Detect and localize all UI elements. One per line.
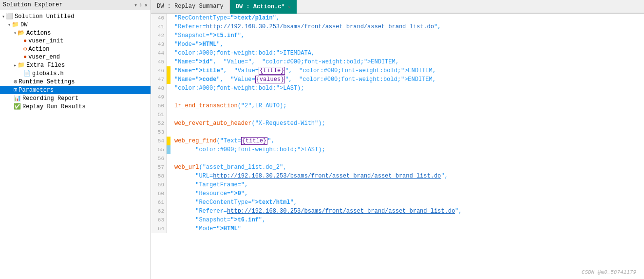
dw-label: DW xyxy=(20,21,27,28)
line-content xyxy=(170,110,644,119)
tab-action-c-label: DW : Action.c* xyxy=(236,3,285,10)
tree-item-solution[interactable]: ▾ ⬜ Solution Untitled xyxy=(0,12,151,20)
line-marker xyxy=(167,14,170,22)
actions-label: Actions xyxy=(26,30,51,37)
code-line: 42"Snapshot=">t5.inf", xyxy=(151,31,644,40)
line-marker xyxy=(167,180,170,189)
vuser-init-label: vuser_init xyxy=(28,38,63,44)
code-line: 62 "Referer=http://192.168.30.253/bsams/… xyxy=(151,207,644,216)
line-marker xyxy=(167,163,170,172)
tree-item-action[interactable]: ⚙ Action xyxy=(0,45,151,53)
line-number: 60 xyxy=(151,189,167,198)
solution-explorer-panel: Solution Explorer ▾ ↕ ✕ ▾ ⬜ Solution Unt… xyxy=(0,0,151,279)
line-number: 54 xyxy=(151,137,167,145)
line-number: 55 xyxy=(151,145,167,154)
recording-report-icon: 📊 xyxy=(14,95,21,102)
sidebar-title: Solution Explorer xyxy=(3,1,62,8)
code-line: 60 "Resource=">0", xyxy=(151,189,644,198)
line-content: "Name=">id", "Value=", "color:#000;font-… xyxy=(170,58,644,66)
solution-tree: ▾ ⬜ Solution Untitled ▾ 📁 DW ▾ 📂 Actions… xyxy=(0,10,151,279)
code-line: 52web_revert_auto_header("X-Requested-Wi… xyxy=(151,119,644,128)
globals-label: globals.h xyxy=(32,70,64,77)
code-line: 46"Name=">title", "Value={title}", "colo… xyxy=(151,66,644,75)
tab-replay-summary-label: DW : Replay Summary xyxy=(157,3,224,10)
actions-folder-icon: 📂 xyxy=(18,29,25,37)
line-content: "color:#000;font-weight:bold;">LAST); xyxy=(170,84,644,93)
line-number: 59 xyxy=(151,180,167,189)
tab-replay-summary[interactable]: DW : Replay Summary xyxy=(151,0,230,13)
vuser-end-icon: ● xyxy=(23,54,27,60)
line-number: 61 xyxy=(151,198,167,207)
line-content: "Name=">code", "Value={values}", "color:… xyxy=(170,75,644,84)
code-line: 40"RecContentType=">text/plain", xyxy=(151,14,644,22)
close-sidebar-icon[interactable]: ✕ xyxy=(144,2,148,8)
action-label: Action xyxy=(28,46,49,53)
line-content: "Snapshot=">t6.inf", xyxy=(170,216,644,224)
line-content xyxy=(170,93,644,101)
code-line: 54web_reg_find("Text={title}", xyxy=(151,137,644,145)
tree-item-actions[interactable]: ▾ 📂 Actions xyxy=(0,29,151,37)
line-content: "TargetFrame=", xyxy=(170,180,644,189)
line-marker xyxy=(167,154,170,163)
line-content: web_revert_auto_header("X-Requested-With… xyxy=(170,119,644,128)
watermark: CSDN @m0_58741179 xyxy=(582,269,636,275)
line-number: 43 xyxy=(151,40,167,49)
sidebar-icons: ▾ ↕ ✕ xyxy=(134,2,148,8)
line-marker xyxy=(167,40,170,49)
dock-icon[interactable]: ↕ xyxy=(139,2,143,8)
tree-item-vuser-end[interactable]: ● vuser_end xyxy=(0,53,151,61)
line-marker xyxy=(167,66,170,75)
tree-item-dw[interactable]: ▾ 📁 DW xyxy=(0,20,151,29)
line-number: 51 xyxy=(151,110,167,119)
action-icon: ⚙ xyxy=(23,45,27,53)
tree-item-recording-report[interactable]: 📊 Recording Report xyxy=(0,94,151,102)
tree-item-globals[interactable]: 📄 globals.h xyxy=(0,69,151,78)
line-content: "Referer=http://192.168.30.253/bsams/fro… xyxy=(170,22,644,31)
tree-item-parameters[interactable]: ⊞ Parameters xyxy=(0,86,151,94)
line-content: "RecContentType=">text/plain", xyxy=(170,14,644,22)
tree-item-replay-run-results[interactable]: ✅ Replay Run Results xyxy=(0,102,151,111)
line-content: web_reg_find("Text={title}", xyxy=(170,137,644,145)
code-editor[interactable]: 40"RecContentType=">text/plain",41"Refer… xyxy=(151,14,644,279)
line-content: "color:#000;font-weight:bold;">ITEMDATA, xyxy=(170,49,644,58)
tree-item-vuser-init[interactable]: ● vuser_init xyxy=(0,37,151,45)
tree-item-extra-files[interactable]: ▸ 📁 Extra Files xyxy=(0,61,151,69)
line-marker xyxy=(167,172,170,180)
line-marker xyxy=(167,58,170,66)
code-line: 58 "URL=http://192.168.30.253/bsams/fron… xyxy=(151,172,644,180)
line-number: 47 xyxy=(151,75,167,84)
code-line: 51 xyxy=(151,110,644,119)
code-line: 49 xyxy=(151,93,644,101)
line-content: "Name=">title", "Value={title}", "color:… xyxy=(170,66,644,75)
line-number: 45 xyxy=(151,58,167,66)
line-content: lr_end_transaction("2",LR_AUTO); xyxy=(170,101,644,110)
parameters-icon: ⊞ xyxy=(14,86,17,94)
line-content: "URL=http://192.168.30.253/bsams/front/a… xyxy=(170,172,644,180)
line-number: 63 xyxy=(151,216,167,224)
line-number: 62 xyxy=(151,207,167,216)
code-line: 53 xyxy=(151,128,644,137)
pin-icon[interactable]: ▾ xyxy=(134,2,137,8)
tree-item-runtime-settings[interactable]: ⚙ Runtime Settings xyxy=(0,78,151,86)
line-marker xyxy=(167,31,170,40)
parameters-label: Parameters xyxy=(19,87,54,94)
line-content: "RecContentType=">text/html", xyxy=(170,198,644,207)
runtime-settings-icon: ⚙ xyxy=(14,78,17,85)
line-number: 53 xyxy=(151,128,167,137)
line-marker xyxy=(167,128,170,137)
line-content: web_url("asset_brand_list.do_2", xyxy=(170,163,644,172)
tab-action-c[interactable]: DW : Action.c* ✕ xyxy=(230,0,297,14)
line-content: "Referer=http://192.168.30.253/bsams/fro… xyxy=(170,207,644,216)
line-number: 41 xyxy=(151,22,167,31)
line-number: 52 xyxy=(151,119,167,128)
line-number: 58 xyxy=(151,172,167,180)
code-line: 47"Name=">code", "Value={values}", "colo… xyxy=(151,75,644,84)
extra-files-label: Extra Files xyxy=(26,62,65,69)
sidebar-title-bar: Solution Explorer ▾ ↕ ✕ xyxy=(0,0,151,10)
line-number: 40 xyxy=(151,14,167,22)
replay-results-label: Replay Run Results xyxy=(22,103,86,110)
code-line: 64 "Mode=">HTML" xyxy=(151,224,644,233)
line-marker xyxy=(167,93,170,101)
expand-icon-dw: ▾ xyxy=(8,22,11,28)
close-tab-icon[interactable]: ✕ xyxy=(288,4,291,10)
